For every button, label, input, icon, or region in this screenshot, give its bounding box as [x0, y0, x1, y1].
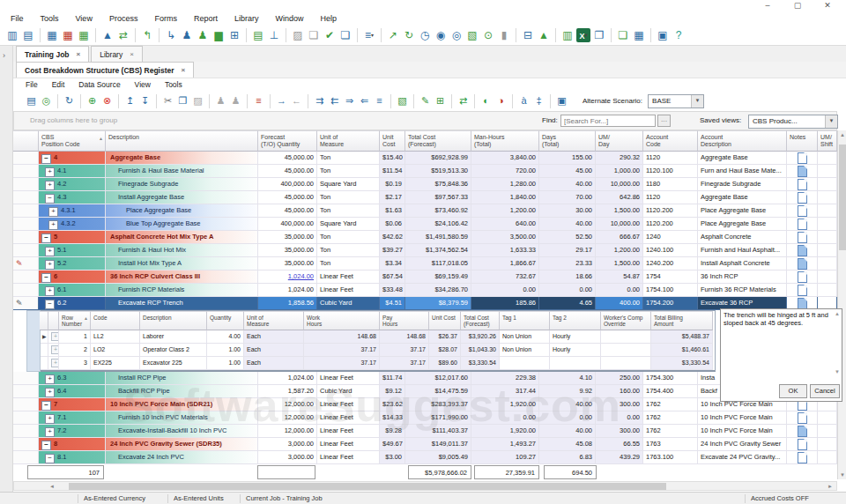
table-row[interactable]: −5Asphalt Concrete Hot Mix Type A35,000.… [13, 231, 837, 244]
cell-q[interactable]: 45,000.00 [258, 191, 317, 204]
note-icon[interactable] [798, 426, 807, 437]
cell-ac[interactable]: 1762 [643, 411, 698, 425]
menu-library[interactable]: Library [234, 14, 259, 23]
cell-tc[interactable]: $171,990.00 [405, 411, 471, 425]
comment-check-icon[interactable]: ✔ [323, 28, 337, 42]
cell-pos[interactable]: +6.3 [39, 372, 106, 385]
cell-n[interactable] [787, 244, 818, 257]
cell-d[interactable]: Place Aggregate Base [106, 204, 258, 218]
table-row[interactable]: −4.3Install Aggregate Base45,000.00Ton$2… [13, 191, 837, 204]
cell-tc[interactable]: $14,475.59 [405, 385, 471, 398]
cell-us[interactable] [818, 257, 837, 271]
list-dropdown-icon[interactable]: ≡▾ [362, 28, 376, 42]
table-row[interactable]: +4.3.2Blue Top Aggregate Base400,000.00S… [13, 218, 837, 231]
save-as-icon[interactable]: ▦ [77, 28, 91, 42]
cell-pos[interactable]: −6 [39, 271, 106, 284]
note-icon[interactable] [798, 166, 807, 177]
subgrid-cell-desc[interactable]: Laborer [140, 330, 207, 344]
export-icon[interactable]: ↳ [164, 28, 178, 42]
cell-tc[interactable]: $24,106.42 [405, 218, 471, 231]
cell-ad[interactable]: 10 Inch PVC Force Main [698, 425, 787, 438]
cell-dy[interactable]: 155.00 [539, 152, 596, 165]
cell-d[interactable]: Aggregate Base [106, 152, 258, 165]
cell-pos[interactable]: −8 [39, 438, 106, 451]
cell-ad[interactable]: Install Asphalt Concrete [698, 257, 787, 271]
subgrid-column-header-wc[interactable]: Worker's Comp Override [601, 311, 651, 330]
cell-ud[interactable]: 1,500.00 [596, 204, 643, 218]
currency-toggle-icon[interactable]: ◐ [479, 94, 493, 107]
subgrid-column-header-ind[interactable] [40, 311, 48, 330]
export-grid-icon[interactable]: ▧ [396, 94, 409, 107]
cell-d[interactable]: Backfill RCP Pipe [106, 385, 258, 398]
subgrid-cell-rn[interactable]: 2 [59, 344, 91, 357]
unit-convert-icon[interactable]: ‡ [532, 94, 545, 107]
cell-ad[interactable]: Finegrade Subgrade [698, 178, 787, 191]
cell-tc[interactable]: $149,011.37 [405, 438, 471, 451]
save-close-icon[interactable]: ▦ [61, 28, 75, 42]
cell-dy[interactable]: 40.00 [539, 398, 596, 411]
cell-q[interactable]: 400,000.00 [258, 218, 317, 231]
usage-icon[interactable]: ▮ [497, 28, 511, 42]
cell-ad[interactable]: 24 Inch PVC Gravity Sewer [698, 438, 787, 451]
cell-ud[interactable]: 439.29 [596, 451, 643, 464]
cell-mh[interactable]: 0.00 [471, 411, 539, 425]
cell-d[interactable]: 36 Inch RCP Culvert Class III [106, 271, 258, 284]
table-row[interactable]: +4.1Furnish & Haul Base Material45,000.0… [13, 165, 837, 178]
subgrid-row[interactable]: +2LO2Operator Class 21.00Each37.1737.17$… [40, 344, 715, 357]
cell-ud[interactable]: 10,000.00 [596, 178, 643, 191]
cell-ac[interactable]: 1754.100 [643, 284, 698, 297]
refresh-icon[interactable]: ↻ [402, 28, 416, 42]
column-header-us[interactable]: UM/ Shift [818, 130, 837, 152]
cell-ud[interactable]: 250.00 [596, 372, 643, 385]
expand-toggle-icon[interactable]: + [51, 332, 59, 341]
subgrid-cell-tag1[interactable]: Non Union [500, 344, 550, 357]
cell-ud[interactable]: 300.00 [596, 425, 643, 438]
vertical-scrollbar[interactable]: ▲ ▼ [837, 130, 846, 479]
subgrid-column-header-rn[interactable]: Row Number▲ [59, 311, 91, 330]
restore-icon[interactable]: ▣ [656, 28, 670, 42]
cell-us[interactable] [818, 178, 837, 191]
subgrid-cell-ind[interactable] [40, 357, 48, 370]
cell-us[interactable] [818, 451, 837, 464]
cell-ud[interactable]: 290.32 [596, 152, 643, 165]
cell-d[interactable]: Finegrade Subgrade [106, 178, 258, 191]
expand-toggle-icon[interactable]: − [45, 194, 55, 204]
cell-n[interactable] [787, 284, 818, 297]
print-preview-icon[interactable]: ◎ [40, 94, 53, 107]
cell-dy[interactable]: 29.17 [539, 244, 596, 257]
import-icon[interactable]: ↰ [140, 28, 154, 42]
cell-tc[interactable]: $75,848.36 [405, 178, 471, 191]
subgrid-column-header-exp[interactable] [48, 311, 59, 330]
cell-u[interactable]: Linear Feet [317, 398, 380, 411]
paste-structure-icon[interactable]: ♟ [229, 94, 242, 107]
cell-q[interactable]: 12,000.00 [258, 411, 317, 425]
cell-pos[interactable]: +4.2 [39, 178, 106, 191]
cell-d[interactable]: Excavate RCP Trench [106, 297, 258, 310]
scroll-up-icon[interactable]: ▲ [839, 132, 846, 137]
cell-q[interactable]: 12,000.00 [258, 425, 317, 438]
cell-n[interactable] [787, 231, 818, 244]
cell-d[interactable]: Furnish & Haul Base Material [106, 165, 258, 178]
column-header-pos[interactable]: CBS Position Code▲ [39, 130, 106, 152]
cell-n[interactable] [787, 271, 818, 284]
move-right-icon[interactable]: → [275, 94, 288, 107]
table-row[interactable]: −710 Inch PVC Force Main (SDR21)12,000.0… [13, 398, 837, 411]
close-icon[interactable]: ✕ [816, 1, 839, 11]
cell-dy[interactable]: 0.00 [539, 411, 596, 425]
cell-pos[interactable]: +6.4 [39, 385, 106, 398]
note-icon[interactable] [798, 258, 807, 270]
columns-icon[interactable]: ⊟ [521, 28, 535, 42]
subgrid-cell-rn[interactable]: 1 [59, 330, 91, 344]
cell-tc[interactable]: $283,393.37 [405, 398, 471, 411]
cell-n[interactable] [787, 425, 818, 438]
column-header-dy[interactable]: Days (Total) [539, 130, 596, 152]
cell-ac[interactable]: 1120.200 [643, 204, 698, 218]
table-row[interactable]: −8.1Excavate 24 Inch PVC3,000.00Linear F… [13, 451, 837, 464]
cell-u[interactable]: Linear Feet [317, 372, 380, 385]
cell-tc[interactable]: $34,286.70 [405, 284, 471, 297]
search-resource-icon[interactable]: ⊙ [481, 28, 495, 42]
cell-pos[interactable]: −4.3 [39, 191, 106, 204]
note-icon[interactable] [798, 192, 807, 204]
org-chart-icon[interactable]: ⊥ [267, 28, 281, 42]
target-icon[interactable]: ◎ [449, 28, 464, 42]
